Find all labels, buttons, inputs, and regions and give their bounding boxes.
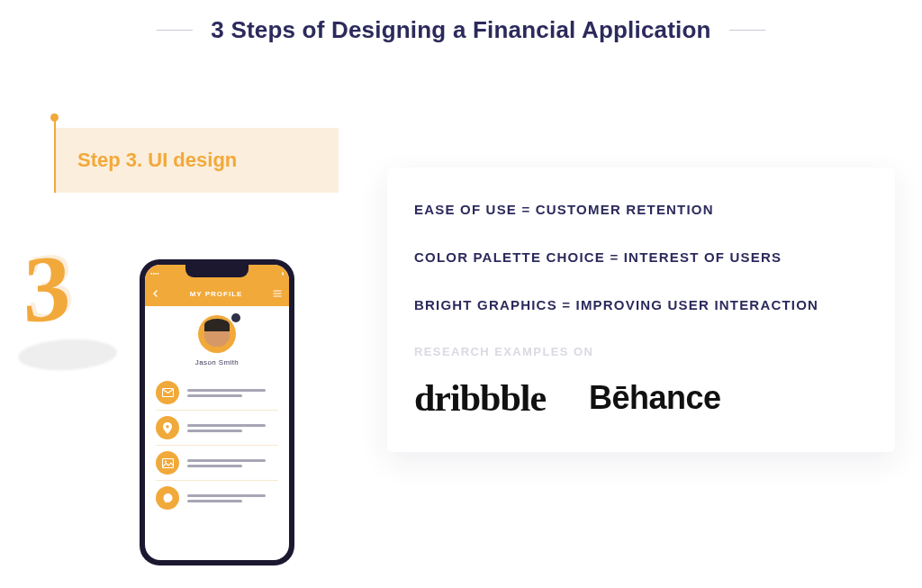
step-label: Step 3. UI design xyxy=(77,149,237,172)
list-item xyxy=(156,375,278,411)
list-item xyxy=(156,446,278,481)
dribbble-logo: dribbble xyxy=(414,376,546,420)
profile-menu-list xyxy=(145,372,289,522)
page-title: 3 Steps of Designing a Financial Applica… xyxy=(211,16,710,44)
profile-name: Jason Smith xyxy=(195,358,239,366)
avatar-status-dot xyxy=(231,313,240,322)
back-icon xyxy=(152,290,159,297)
brand-row: dribbble Bēhance xyxy=(414,376,868,420)
bullet-point: BRIGHT GRAPHICS = IMPROVING USER INTERAC… xyxy=(414,297,868,312)
avatar-block: Jason Smith xyxy=(145,306,289,372)
list-item xyxy=(156,411,278,446)
content-card: EASE OF USE = CUSTOMER RETENTION COLOR P… xyxy=(387,167,895,452)
header-title: MY PROFILE xyxy=(190,290,243,298)
svg-point-3 xyxy=(164,460,166,462)
svg-point-4 xyxy=(163,493,172,502)
bullet-point: EASE OF USE = CUSTOMER RETENTION xyxy=(414,202,868,217)
battery-indicator: ▮ xyxy=(282,271,284,276)
phone-mockup: ●●●● ▮ MY PROFILE Jason Smith xyxy=(140,259,294,565)
behance-logo: Bēhance xyxy=(589,379,721,417)
step-number-digit: 3 xyxy=(23,249,71,329)
menu-icon xyxy=(273,290,282,297)
divider-right xyxy=(729,30,765,31)
research-label: RESEARCH EXAMPLES ON xyxy=(414,345,868,358)
big-step-number: 3 xyxy=(23,251,104,350)
svg-point-1 xyxy=(166,425,168,428)
bullet-point: COLOR PALETTE CHOICE = INTEREST OF USERS xyxy=(414,249,868,265)
profile-header: MY PROFILE xyxy=(145,281,289,306)
mail-icon xyxy=(156,381,179,404)
image-icon xyxy=(156,451,179,475)
avatar-hair xyxy=(204,319,230,331)
timeline-dot xyxy=(50,113,59,122)
chat-icon xyxy=(156,486,179,510)
title-row: 3 Steps of Designing a Financial Applica… xyxy=(0,0,922,44)
step-badge: Step 3. UI design xyxy=(54,128,339,193)
list-item xyxy=(156,481,278,515)
phone-screen: ●●●● ▮ MY PROFILE Jason Smith xyxy=(145,265,289,560)
location-icon xyxy=(156,416,179,439)
time-indicator: ●●●● xyxy=(150,271,159,276)
avatar xyxy=(198,315,236,353)
phone-notch xyxy=(185,265,249,277)
divider-left xyxy=(157,30,193,31)
